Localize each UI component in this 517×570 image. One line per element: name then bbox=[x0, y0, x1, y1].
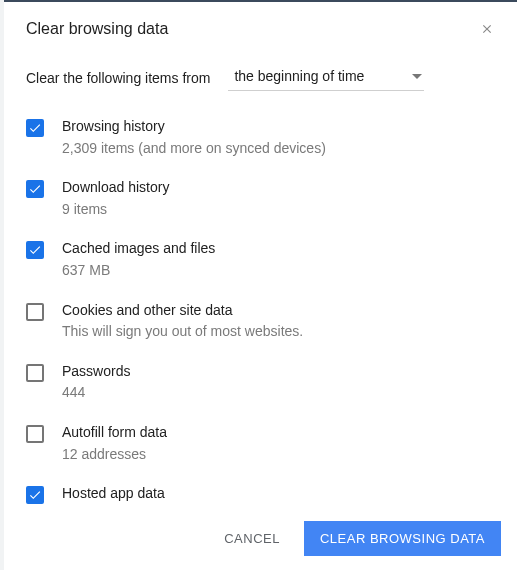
check-icon bbox=[28, 243, 42, 257]
item-text: Cookies and other site dataThis will sig… bbox=[62, 301, 495, 342]
checkbox[interactable] bbox=[26, 486, 44, 504]
list-item: Hosted app data10 apps (Cloud Print, Gma… bbox=[26, 484, 495, 507]
clear-browsing-data-button[interactable]: CLEAR BROWSING DATA bbox=[304, 521, 501, 556]
time-range-label: Clear the following items from bbox=[26, 70, 210, 86]
checkbox[interactable] bbox=[26, 119, 44, 137]
item-text: Download history9 items bbox=[62, 178, 495, 219]
item-title: Autofill form data bbox=[62, 423, 495, 443]
caret-down-icon bbox=[412, 74, 422, 79]
time-range-value: the beginning of time bbox=[234, 68, 364, 84]
item-title: Browsing history bbox=[62, 117, 495, 137]
item-subtitle: 637 MB bbox=[62, 261, 495, 281]
time-range-row: Clear the following items from the begin… bbox=[4, 48, 517, 99]
item-title: Passwords bbox=[62, 362, 495, 382]
item-text: Passwords444 bbox=[62, 362, 495, 403]
dialog-header: Clear browsing data bbox=[4, 2, 517, 48]
checkbox[interactable] bbox=[26, 180, 44, 198]
time-range-select[interactable]: the beginning of time bbox=[228, 64, 424, 91]
close-button[interactable] bbox=[479, 21, 495, 37]
checkbox[interactable] bbox=[26, 241, 44, 259]
item-text: Hosted app data10 apps (Cloud Print, Gma… bbox=[62, 484, 495, 507]
dialog-title: Clear browsing data bbox=[26, 20, 168, 38]
item-subtitle: 2,309 items (and more on synced devices) bbox=[62, 139, 495, 159]
item-text: Cached images and files637 MB bbox=[62, 239, 495, 280]
item-title: Cookies and other site data bbox=[62, 301, 495, 321]
list-item: Cookies and other site dataThis will sig… bbox=[26, 301, 495, 342]
close-icon bbox=[480, 22, 494, 36]
check-icon bbox=[28, 121, 42, 135]
list-item: Autofill form data12 addresses bbox=[26, 423, 495, 464]
check-icon bbox=[28, 488, 42, 502]
item-text: Autofill form data12 addresses bbox=[62, 423, 495, 464]
item-subtitle: This will sign you out of most websites. bbox=[62, 322, 495, 342]
item-subtitle: 9 items bbox=[62, 200, 495, 220]
list-item: Browsing history2,309 items (and more on… bbox=[26, 117, 495, 158]
list-item: Passwords444 bbox=[26, 362, 495, 403]
item-title: Cached images and files bbox=[62, 239, 495, 259]
item-text: Browsing history2,309 items (and more on… bbox=[62, 117, 495, 158]
clear-browsing-data-dialog: Clear browsing data Clear the following … bbox=[4, 0, 517, 570]
list-item: Download history9 items bbox=[26, 178, 495, 219]
checkbox[interactable] bbox=[26, 425, 44, 443]
cancel-button[interactable]: CANCEL bbox=[210, 523, 294, 554]
items-list: Browsing history2,309 items (and more on… bbox=[4, 99, 517, 507]
item-title: Download history bbox=[62, 178, 495, 198]
dialog-footer: CANCEL CLEAR BROWSING DATA bbox=[4, 507, 517, 570]
item-subtitle: 444 bbox=[62, 383, 495, 403]
checkbox[interactable] bbox=[26, 364, 44, 382]
list-item: Cached images and files637 MB bbox=[26, 239, 495, 280]
checkbox[interactable] bbox=[26, 303, 44, 321]
item-subtitle: 12 addresses bbox=[62, 445, 495, 465]
check-icon bbox=[28, 182, 42, 196]
item-title: Hosted app data bbox=[62, 484, 495, 504]
